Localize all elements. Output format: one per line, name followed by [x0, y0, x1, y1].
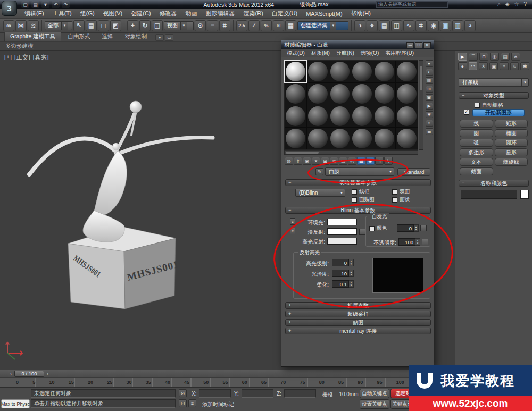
blinn-basic-params-rollout[interactable]: Blinn 基本参数: [285, 207, 431, 214]
sample-horizontal-scrollbar[interactable]: [284, 150, 418, 155]
rollout-header[interactable]: 超级采样: [285, 311, 431, 317]
material-editor-menu-item[interactable]: 材质(M): [308, 49, 333, 57]
window-crossing-icon[interactable]: ◩: [110, 20, 121, 31]
rollout-header[interactable]: 贴图: [285, 319, 431, 326]
viewport-label[interactable]: [+] [正交] [真实]: [4, 54, 49, 61]
ribbon-tab[interactable]: 自由形式: [62, 32, 95, 41]
material-sample-slot[interactable]: [396, 61, 418, 82]
select-and-rotate-icon[interactable]: ↻: [139, 20, 151, 31]
chevron-down-icon[interactable]: [61, 22, 68, 30]
z-coordinate-field[interactable]: [284, 389, 316, 398]
show-end-result-icon[interactable]: ◈: [366, 157, 375, 165]
shape-button[interactable]: 圆环: [495, 139, 528, 147]
communication-center-icon[interactable]: ◈: [505, 1, 510, 7]
space-warps-category-icon[interactable]: ≈: [510, 62, 519, 70]
percent-snap-icon[interactable]: %: [261, 20, 272, 31]
favorites-icon[interactable]: ☆: [514, 1, 519, 7]
selfillum-spinner[interactable]: 0: [397, 224, 419, 232]
application-menu-button[interactable]: 3: [2, 1, 17, 16]
isolate-toggle-icon[interactable]: ⊡: [179, 399, 187, 407]
video-color-check-icon[interactable]: ▣: [426, 94, 433, 101]
lock-ambient-diffuse-icon[interactable]: c: [290, 218, 295, 225]
checkbox-box[interactable]: [369, 226, 375, 231]
minimize-button[interactable]: —: [406, 42, 414, 48]
make-unique-icon[interactable]: ▣: [330, 157, 338, 165]
add-time-tag[interactable]: 添加时间标记: [202, 401, 234, 408]
shapes-category-icon[interactable]: ◠: [469, 62, 478, 70]
backlight-icon[interactable]: ◐: [426, 69, 433, 76]
shape-button[interactable]: 螺旋线: [495, 158, 528, 166]
material-editor-titlebar[interactable]: 材质编辑器 - 白膜 —□✕: [281, 40, 434, 49]
next-frame-arrow[interactable]: ›: [44, 371, 51, 377]
display-tab-icon[interactable]: ▤: [501, 53, 510, 61]
maximize-button[interactable]: □: [415, 42, 422, 48]
use-pivot-point-center-icon[interactable]: ⊙: [195, 20, 206, 31]
shader-flag-checkbox[interactable]: 双面: [392, 188, 430, 195]
shape-button[interactable]: 星形: [495, 148, 528, 156]
material-sample-slot[interactable]: [307, 61, 329, 82]
material-editor-menu-item[interactable]: 导航(N): [333, 49, 358, 57]
material-type-button[interactable]: Standard: [397, 168, 430, 176]
named-selection-set-combo[interactable]: 创建选择集: [297, 21, 348, 30]
background-icon[interactable]: ▦: [426, 77, 433, 84]
ribbon-tab[interactable]: Graphite 建模工具: [4, 32, 61, 41]
material-sample-slot[interactable]: [351, 128, 373, 149]
go-forward-to-sibling-icon[interactable]: ↳: [384, 157, 393, 165]
selfillum-color-checkbox[interactable]: 颜色: [369, 225, 387, 232]
material-sample-slot[interactable]: [329, 61, 351, 82]
spinner-arrows-icon[interactable]: [414, 224, 419, 232]
opacity-map-button[interactable]: [422, 239, 428, 245]
selection-filter-combo[interactable]: 全部: [45, 21, 72, 30]
curve-editor-icon[interactable]: ∿: [403, 20, 414, 31]
material-id-channel-icon[interactable]: ◎: [348, 157, 356, 165]
material-editor-menu-item[interactable]: 模式(D): [284, 49, 308, 57]
undo-icon[interactable]: ↶: [52, 1, 60, 8]
infocenter-search-input[interactable]: 输入关键字或短语: [376, 1, 448, 8]
time-slider-handle[interactable]: 0 / 100: [14, 371, 44, 377]
named-selection-sets-icon[interactable]: ▦: [285, 20, 296, 31]
shader-flag-checkbox[interactable]: 面贴图: [352, 196, 390, 203]
get-material-icon[interactable]: ◍: [285, 157, 293, 165]
material-sample-slot[interactable]: [396, 128, 418, 149]
ribbon-minimize-icon[interactable]: ▭: [165, 34, 173, 41]
diffuse-color-swatch[interactable]: [327, 228, 357, 235]
material-editor-menu-item[interactable]: 选项(O): [358, 49, 382, 57]
ribbon-options-icon[interactable]: ▾: [155, 34, 164, 41]
helpers-category-icon[interactable]: ⌖: [500, 62, 509, 70]
systems-category-icon[interactable]: ✱: [520, 62, 529, 70]
material-sample-slot[interactable]: [329, 83, 351, 105]
shape-button[interactable]: 线: [460, 120, 493, 128]
material-editor-menu-item[interactable]: 实用程序(U): [382, 49, 417, 57]
shape-class-combo[interactable]: 样条线: [459, 78, 529, 87]
shader-flag-checkbox[interactable]: 面状: [392, 196, 430, 203]
select-and-manipulate-icon[interactable]: ≡: [207, 20, 218, 31]
rendered-frame-window-icon[interactable]: ▥: [452, 20, 463, 31]
menu-item[interactable]: 自定义(U): [268, 10, 302, 18]
material-sample-slot[interactable]: [373, 105, 395, 127]
angle-snap-icon[interactable]: ∠: [248, 20, 260, 31]
put-material-to-scene-icon[interactable]: ⇑: [294, 157, 302, 165]
go-to-parent-icon[interactable]: ↰: [375, 157, 384, 165]
menu-item[interactable]: 动画: [181, 10, 202, 18]
keyboard-shortcut-override-icon[interactable]: ⌗: [219, 20, 230, 31]
infocenter-search-icon[interactable]: ⌕: [497, 1, 501, 7]
rollout-header[interactable]: 扩展参数: [285, 302, 431, 309]
checkbox-box[interactable]: [464, 110, 469, 115]
material-map-navigator-icon[interactable]: ☰: [426, 128, 433, 135]
specular-color-swatch[interactable]: [327, 238, 357, 245]
glossiness-spinner[interactable]: 10: [332, 270, 354, 277]
chevron-down-icon[interactable]: [180, 22, 187, 30]
shape-button[interactable]: 多边形: [460, 148, 493, 156]
rollout-header[interactable]: mental ray 连接: [285, 328, 431, 334]
spinner-arrows-icon[interactable]: [349, 280, 354, 288]
shape-button[interactable]: 圆: [460, 129, 493, 137]
chevron-down-icon[interactable]: [521, 79, 528, 86]
menu-item[interactable]: 修改器: [155, 10, 181, 18]
create-tab-icon[interactable]: ▶: [458, 53, 467, 61]
lock-selection-toggle[interactable]: ⊘: [179, 389, 187, 397]
chevron-down-icon[interactable]: [387, 168, 394, 175]
checkbox-box[interactable]: [392, 197, 397, 203]
make-preview-icon[interactable]: ▶: [426, 103, 433, 110]
graphite-toggle-icon[interactable]: ◫: [391, 20, 402, 31]
sample-type-icon[interactable]: ●: [426, 60, 433, 67]
